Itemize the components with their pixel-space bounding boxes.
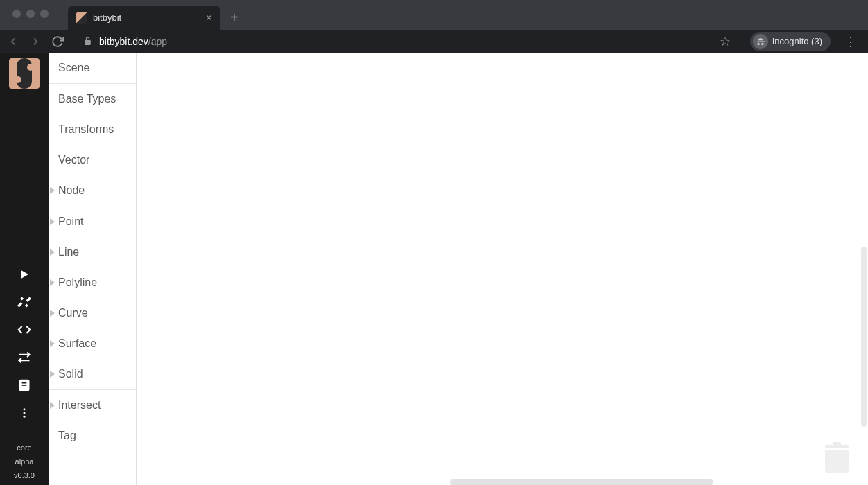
tab-close-icon[interactable]: × [206, 12, 212, 24]
tab-favicon [76, 12, 87, 24]
category-panel: SceneBase TypesTransformsVectorNodePoint… [49, 53, 137, 485]
nav-reload-icon[interactable] [51, 35, 64, 48]
category-label: Curve [58, 307, 88, 319]
category-label: Base Types [58, 93, 116, 105]
window-controls [7, 0, 55, 18]
category-label: Node [58, 184, 85, 197]
incognito-icon [753, 34, 768, 49]
new-tab-button[interactable]: + [220, 6, 248, 30]
play-icon[interactable] [10, 261, 38, 288]
category-label: Intersect [58, 399, 101, 412]
category-item-transforms[interactable]: Transforms [49, 114, 136, 145]
category-label: Vector [58, 154, 89, 166]
browser-chrome: bitbybit × + bitbybit.dev/app ☆ Incognit… [0, 0, 868, 53]
browser-menu-icon[interactable]: ⋮ [840, 34, 861, 49]
category-label: Line [58, 246, 79, 258]
library-icon[interactable] [10, 371, 38, 399]
app-logo[interactable] [9, 58, 40, 89]
nav-back-icon[interactable] [7, 35, 19, 48]
category-item-scene[interactable]: Scene [49, 53, 136, 83]
tools-icon[interactable] [10, 288, 38, 316]
category-label: Polyline [58, 276, 97, 289]
category-item-curve[interactable]: Curve [49, 298, 136, 328]
category-label: Scene [58, 62, 89, 74]
lock-icon [83, 37, 92, 46]
url-path: /app [148, 36, 167, 47]
app-root: core alpha v0.3.0 SceneBase TypesTransfo… [0, 53, 868, 485]
category-item-polyline[interactable]: Polyline [49, 267, 136, 298]
category-item-point[interactable]: Point [49, 206, 136, 237]
window-min-dot[interactable] [26, 10, 35, 18]
category-item-line[interactable]: Line [49, 237, 136, 267]
category-item-node[interactable]: Node [49, 175, 136, 206]
left-rail: core alpha v0.3.0 [0, 53, 49, 485]
more-icon[interactable] [10, 399, 38, 427]
window-max-dot[interactable] [40, 10, 49, 18]
category-item-vector[interactable]: Vector [49, 145, 136, 175]
workspace-canvas[interactable] [137, 53, 868, 485]
url-text: bitbybit.dev/app [99, 36, 167, 47]
bookmark-star-icon[interactable]: ☆ [720, 34, 731, 49]
address-bar-row: bitbybit.dev/app ☆ Incognito (3) ⋮ [0, 30, 868, 53]
browser-tab[interactable]: bitbybit × [68, 6, 220, 30]
incognito-label: Incognito (3) [772, 36, 822, 46]
address-bar[interactable]: bitbybit.dev/app ☆ [73, 32, 740, 51]
svg-point-5 [24, 412, 26, 414]
category-item-tag[interactable]: Tag [49, 421, 136, 451]
category-label: Transforms [58, 123, 114, 136]
category-label: Surface [58, 337, 96, 350]
svg-point-6 [24, 416, 26, 418]
category-label: Solid [58, 368, 83, 380]
category-label: Tag [58, 430, 76, 442]
window-close-dot[interactable] [12, 10, 21, 18]
category-item-solid[interactable]: Solid [49, 359, 136, 389]
nav-forward-icon[interactable] [29, 35, 42, 48]
rail-info-core: core [17, 441, 31, 455]
category-item-base-types[interactable]: Base Types [49, 84, 136, 114]
svg-marker-0 [21, 270, 29, 279]
tab-title: bitbybit [93, 12, 200, 23]
trash-icon[interactable] [825, 445, 849, 473]
category-item-surface[interactable]: Surface [49, 328, 136, 359]
url-host: bitbybit.dev [99, 36, 148, 47]
incognito-badge[interactable]: Incognito (3) [750, 32, 831, 51]
tab-bar: bitbybit × + [0, 0, 868, 30]
category-label: Point [58, 215, 83, 228]
rail-info-alpha: alpha [15, 455, 34, 468]
code-icon[interactable] [10, 316, 38, 344]
svg-point-4 [24, 408, 26, 410]
category-item-intersect[interactable]: Intersect [49, 390, 136, 421]
horizontal-scrollbar[interactable] [450, 479, 713, 485]
swap-icon[interactable] [10, 344, 38, 371]
vertical-scrollbar[interactable] [861, 247, 867, 427]
rail-info-version: v0.3.0 [14, 468, 35, 485]
